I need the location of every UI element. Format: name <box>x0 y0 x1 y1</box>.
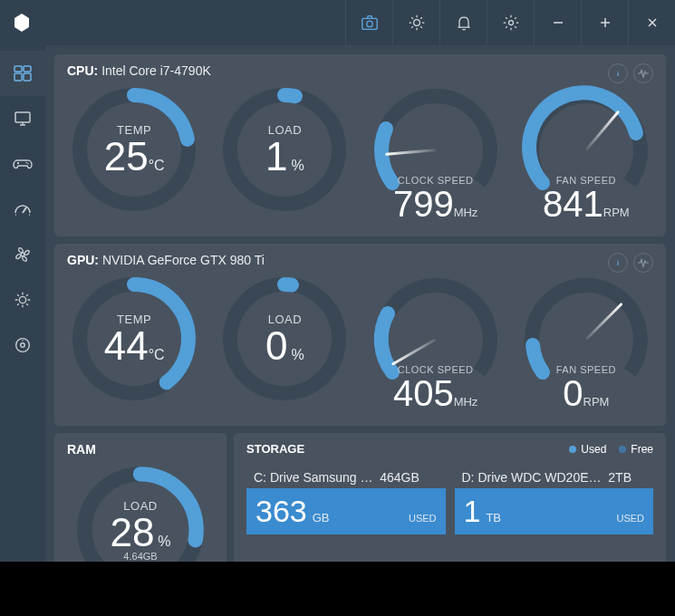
svg-point-1 <box>366 21 371 26</box>
sidebar-monitor[interactable] <box>0 96 45 141</box>
content: CPU: Intel Core i7-4790K TEMP <box>45 45 675 562</box>
sidebar-fan[interactable] <box>0 232 45 277</box>
legend-free: Free <box>619 443 653 456</box>
svg-rect-7 <box>24 73 31 81</box>
notifications-icon[interactable] <box>439 0 487 45</box>
gpu-fan-gauge: FAN SPEED 0RPM <box>519 273 653 413</box>
storage-panel: STORAGE Used Free C: Drive Samsung … 464… <box>234 433 666 562</box>
svg-rect-0 <box>362 18 377 29</box>
svg-point-2 <box>413 20 419 26</box>
gpu-panel: GPU: NVIDIA GeForce GTX 980 Ti TEMP 4 <box>54 244 666 426</box>
svg-rect-4 <box>14 66 22 72</box>
cpu-header: CPU: Intel Core i7-4790K <box>67 63 653 78</box>
screenshot-icon[interactable] <box>345 0 392 45</box>
cpu-panel: CPU: Intel Core i7-4790K TEMP <box>54 54 666 236</box>
svg-point-12 <box>19 296 25 303</box>
sidebar-dashboard[interactable] <box>0 51 45 96</box>
svg-point-9 <box>25 162 27 164</box>
sidebar-gaming[interactable] <box>0 141 45 187</box>
theme-icon[interactable] <box>392 0 439 45</box>
pulse-icon[interactable] <box>633 63 653 83</box>
svg-rect-5 <box>24 66 31 72</box>
svg-rect-6 <box>14 73 22 81</box>
minimize-button[interactable] <box>534 0 581 45</box>
svg-point-3 <box>508 21 513 25</box>
pulse-icon[interactable] <box>633 253 653 273</box>
ram-panel: RAM LOAD 28% 4.64GB <box>54 433 227 562</box>
gpu-clock-gauge: CLOCK SPEED 405MHz <box>369 273 503 413</box>
svg-point-10 <box>27 163 29 165</box>
sidebar-lighting[interactable] <box>0 277 45 322</box>
gpu-load-gauge: LOAD 0% <box>217 273 352 413</box>
drive-c: C: Drive Samsung … 464GB 363 GB USED <box>246 467 446 534</box>
titlebar <box>0 0 675 45</box>
info-icon[interactable] <box>608 63 628 83</box>
sidebar-speed[interactable] <box>0 187 45 232</box>
cpu-clock-gauge: CLOCK SPEED 799MHz <box>369 83 503 224</box>
app-logo-icon <box>9 10 34 35</box>
sidebar-storage[interactable] <box>0 322 45 368</box>
svg-point-15 <box>22 340 23 341</box>
cpu-temp-gauge: TEMP 25°C <box>67 83 201 224</box>
settings-icon[interactable] <box>487 0 534 45</box>
legend-used: Used <box>569 443 606 456</box>
close-button[interactable] <box>628 0 675 45</box>
maximize-button[interactable] <box>581 0 628 45</box>
svg-point-14 <box>21 343 25 348</box>
cpu-load-gauge: LOAD 1% <box>217 83 352 224</box>
sidebar <box>0 45 45 562</box>
cpu-fan-gauge: FAN SPEED 841RPM <box>519 83 653 224</box>
drive-d: D: Drive WDC WD20E… 2TB 1 TB USED <box>455 467 654 534</box>
info-icon[interactable] <box>608 253 628 273</box>
svg-rect-8 <box>15 112 30 122</box>
gpu-header: GPU: NVIDIA GeForce GTX 980 Ti <box>67 253 653 267</box>
gpu-temp-gauge: TEMP 44°C <box>67 273 201 413</box>
